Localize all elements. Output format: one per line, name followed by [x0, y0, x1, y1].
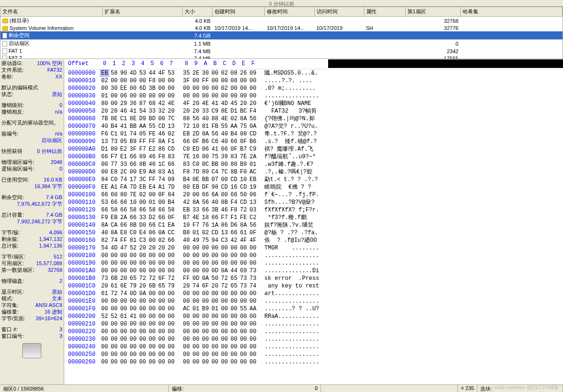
hex-row[interactable]: 0000023000000000000000000000000000000000…	[64, 335, 563, 343]
info-row: 逻辑扇区编号:0	[1, 166, 62, 172]
hex-row[interactable]: 000000A0D180E23FF7E286CDC0ED0641660FB7C9…	[64, 145, 563, 153]
hex-row[interactable]: 000000B066F7E1668946F8837E16007539837E2A…	[64, 153, 563, 161]
hex-row[interactable]: 0000025000000000000000000000000000000000…	[64, 351, 563, 358]
info-row: 簇编号:n/a	[1, 131, 62, 137]
hex-row[interactable]: 000001B0736B206572726F72FF0D0A5072657373…	[64, 275, 563, 282]
hex-row[interactable]: 000001C020616E79206B657920746F2072657374…	[64, 282, 563, 290]
table-row[interactable]: 启动扇区1.1 MB0	[0, 39, 563, 48]
info-row: 7,975,452,672 字节	[1, 201, 62, 207]
col-6[interactable]: 属性	[364, 7, 405, 17]
hex-row[interactable]: 0000026000000000000000000000000000000000…	[64, 358, 563, 366]
folder-icon	[2, 19, 8, 23]
hex-row[interactable]: 0000011053666810000100B4428A56408BF4CD13…	[64, 199, 563, 206]
col-3[interactable]: 创建时间	[213, 7, 265, 17]
hex-row[interactable]: 000000607B8EC18ED9BD007C885640884E028A56…	[64, 115, 563, 123]
hex-row[interactable]: 00000130F9EB2A6633D2660FB74E1866F7F1FEC2…	[64, 214, 563, 221]
table-row[interactable]: FAT 17.4 MB2342	[0, 48, 563, 55]
hex-row[interactable]: 000000100200000000F800003F00FF0000080000…	[64, 77, 563, 85]
black-strip	[328, 59, 563, 68]
watermark: csdn.net/wen @51CTO博客	[495, 384, 559, 391]
info-row: 剩余空间:7.4 GB	[1, 194, 62, 201]
info-row: 文件系统:FAT32	[1, 67, 62, 73]
info-row: 物理磁盘:2	[1, 278, 62, 284]
drive-icon	[22, 343, 41, 358]
col-5[interactable]: 访问时间	[314, 7, 364, 17]
info-row: 窗口 #:3	[1, 326, 62, 333]
info-row: 字节/簇:4,096	[1, 229, 62, 236]
hex-row[interactable]: 000001D06172740D0A0000000000000000000000…	[64, 290, 563, 297]
file-icon	[2, 56, 7, 59]
hex-row[interactable]: 000000C0007733668B461C6683C00CBB0080B901…	[64, 161, 563, 168]
col-0[interactable]: 文件名	[0, 7, 102, 17]
col-2[interactable]: 大小	[182, 7, 213, 17]
info-row: 分配可见的驱动器空间。	[1, 120, 62, 126]
status-eq: = 235	[458, 385, 477, 392]
file-table: 文件名扩展名大小创建时间修改时间访问时间属性第1扇区哈希集 (根目录)4.0 K…	[0, 7, 563, 59]
hex-row[interactable]: 0000024000000000000000000000000000000000…	[64, 343, 563, 351]
hex-row[interactable]: 000001F00000000000000000AC01B901000055AA…	[64, 305, 563, 313]
info-row: 窗口编号:3	[1, 333, 62, 339]
hex-row[interactable]: 0000020052526141000000000000000000000000…	[64, 313, 563, 320]
file-list[interactable]: 文件名扩展名大小创建时间修改时间访问时间属性第1扇区哈希集 (根目录)4.0 K…	[0, 7, 563, 59]
hex-row[interactable]: 000000200030EE006D3B00000000000002000000…	[64, 85, 563, 92]
info-row: 总计簇:1,947,136	[1, 243, 62, 249]
hex-row[interactable]: 000000E084C074173CFF7409B40EBB0700CD10EB…	[64, 176, 563, 183]
file-icon	[2, 33, 7, 38]
hex-body[interactable]: 00000000EB58904D53444F53352E300002082609…	[64, 69, 563, 384]
hex-row[interactable]: 00000000EB58904D53444F53352E300002082609…	[64, 69, 563, 77]
hex-row[interactable]: 0000018000000000000000000000000000000000…	[64, 252, 563, 259]
hex-row[interactable]: 000001608274FF81C300026640497594C3424F4F…	[64, 237, 563, 244]
col-8[interactable]: 哈希集	[460, 7, 562, 17]
info-row: 字节/扇区:512	[1, 254, 62, 260]
hex-row[interactable]: 000001408ACA668BD066C1EA10F7761A86D68A56…	[64, 221, 563, 229]
info-row: 默认的编辑模式	[1, 85, 62, 91]
info-row: 物理扇区编号:2048	[1, 159, 62, 165]
info-row: 状态:原始	[1, 91, 62, 97]
hex-row[interactable]: 000001006660807E02000F842000666A00665006…	[64, 191, 563, 199]
hex-row[interactable]: 00000170544D4752202020200000000000000000…	[64, 244, 563, 252]
hex-pane[interactable]: Offset 0123456789ABCDEF ⟋ 🔍 〰 00000000EB…	[64, 59, 563, 384]
info-row: 驱动器G:100% 空闲	[1, 60, 62, 67]
info-row: 总计容量:7.4 GB	[1, 212, 62, 218]
info-row: 字节/页面:39×16=624	[1, 316, 62, 322]
col-4[interactable]: 修改时间	[265, 7, 314, 17]
info-row: 字符集:ANSI ASCII	[1, 302, 62, 308]
hex-row[interactable]: 0000021000000000000000000000000000000000…	[64, 320, 563, 328]
hex-row[interactable]: 00000090137305B9FFFF8AF1660FB6C640660FB6…	[64, 138, 563, 145]
hex-row[interactable]: 000001A000000000000000000000000D0A446973…	[64, 267, 563, 275]
hex-row[interactable]: 000000F0EEA1FA7DEBE4A17D80EBDF98CD16CD19…	[64, 183, 563, 191]
status-bar: 扇区0 / 15609856 偏移: 0 = 235 选块:	[0, 384, 563, 392]
hex-row[interactable]: 00000080F6C1017405FE4602EB2D8A5640B408CD…	[64, 130, 563, 138]
table-row[interactable]: (根目录)4.0 KB32768	[0, 17, 563, 25]
info-row: 剩余簇:1,947,132	[1, 236, 62, 242]
status-sector: 扇区0 / 15609856	[0, 385, 169, 392]
col-7[interactable]: 第1扇区	[405, 7, 460, 17]
hex-row[interactable]: 000000502020464154333220202033C98ED1BCF4…	[64, 107, 563, 115]
info-row: 快照获得0 分钟以前	[1, 148, 62, 154]
info-row: 启动扇区	[1, 137, 62, 143]
info-row: 显示时区:原始	[1, 289, 62, 295]
offset-header-label: Offset	[64, 60, 100, 68]
info-row: 偏移量:16 进制	[1, 309, 62, 315]
hex-row[interactable]: 0000019000000000000000000000000000000000…	[64, 259, 563, 267]
info-row: 可用扇区:15,577,088	[1, 260, 62, 267]
status-offset: 偏移: 0	[169, 385, 321, 392]
info-row: 撤销级别:0	[1, 102, 62, 108]
hex-row[interactable]: 00000150408AE8C0E4060ACCB80102CD1366610F…	[64, 229, 563, 237]
hex-row[interactable]: 0000003001000600000000000000000000000000…	[64, 92, 563, 100]
col-1[interactable]: 扩展名	[102, 7, 182, 17]
table-row[interactable]: FAT 27.4 MB17555	[0, 55, 563, 59]
hex-row[interactable]: 000000D000E82C00E9A803A1F87D80C47C8BF0AC…	[64, 168, 563, 176]
hex-row[interactable]: 00000040800029368768424E4F204E414D452020…	[64, 100, 563, 107]
info-sidebar: 驱动器G:100% 空闲文件系统:FAT32卷标:XX默认的编辑模式状态:原始撤…	[0, 59, 64, 384]
folder-icon	[2, 26, 8, 31]
hex-row[interactable]: 0000022000000000000000000000000000000000…	[64, 328, 563, 335]
info-row: 撤销相反:n/a	[1, 109, 62, 115]
hex-row[interactable]: 000001E000000000000000000000000000000000…	[64, 297, 563, 305]
info-row: 模式:文本	[1, 296, 62, 302]
table-row[interactable]: System Volume Information4.0 KB10/17/201…	[0, 25, 563, 31]
info-row: 第一数据扇区:32768	[1, 267, 62, 273]
table-row[interactable]: 剩余空间7.4 GB	[0, 31, 563, 39]
hex-row[interactable]: 000001206658665866586658EB33663B46F87203…	[64, 206, 563, 214]
hex-row[interactable]: 0000007040B441BBAA55CD13721081FB55AA750A…	[64, 123, 563, 130]
